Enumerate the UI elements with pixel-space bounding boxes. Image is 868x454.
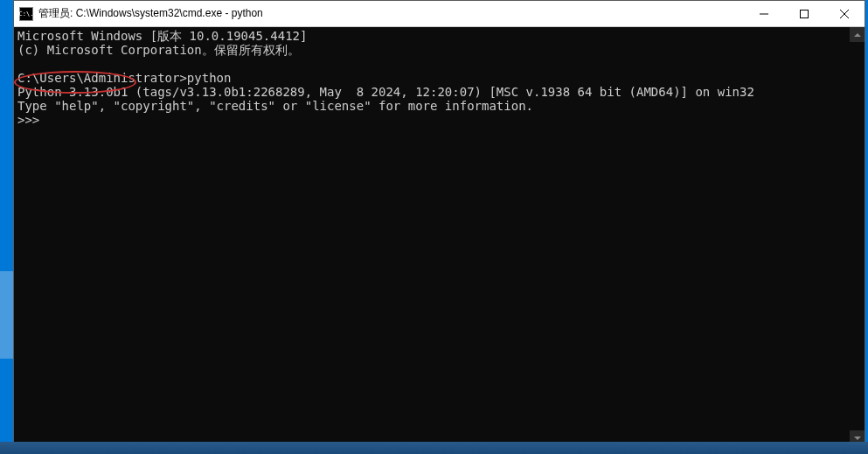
close-icon xyxy=(840,10,849,18)
maximize-button[interactable] xyxy=(784,1,824,26)
output-line: Type "help", "copyright", "credits" or "… xyxy=(17,99,533,113)
terminal-output: Microsoft Windows [版本 10.0.19045.4412] (… xyxy=(14,27,850,445)
window-title: 管理员: C:\Windows\system32\cmd.exe - pytho… xyxy=(38,6,744,21)
close-button[interactable] xyxy=(824,1,865,26)
minimize-button[interactable] xyxy=(744,1,784,26)
python-version-line: Python 3.13.0b1 (tags/v3.13.0b1:2268289,… xyxy=(17,85,754,99)
left-window-edge xyxy=(0,271,13,359)
scroll-track[interactable] xyxy=(850,42,865,430)
chevron-up-icon xyxy=(854,33,861,37)
output-line: Microsoft Windows [版本 10.0.19045.4412] xyxy=(17,29,307,43)
vertical-scrollbar[interactable] xyxy=(850,27,865,445)
terminal-area[interactable]: Microsoft Windows [版本 10.0.19045.4412] (… xyxy=(14,27,865,445)
prompt-line: C:\Users\Administrator>python xyxy=(17,71,231,85)
maximize-icon xyxy=(800,10,809,18)
cmd-window: C:\. 管理员: C:\Windows\system32\cmd.exe - … xyxy=(13,0,865,446)
window-controls xyxy=(744,1,865,26)
taskbar[interactable] xyxy=(0,442,868,454)
minimize-icon xyxy=(760,10,768,18)
svg-rect-1 xyxy=(801,10,809,17)
python-prompt: >>> xyxy=(17,113,39,127)
scroll-up-button[interactable] xyxy=(850,27,865,42)
titlebar[interactable]: C:\. 管理员: C:\Windows\system32\cmd.exe - … xyxy=(14,1,865,27)
output-line: (c) Microsoft Corporation。保留所有权利。 xyxy=(17,43,300,57)
cmd-icon: C:\. xyxy=(19,7,33,21)
chevron-down-icon xyxy=(854,437,861,440)
